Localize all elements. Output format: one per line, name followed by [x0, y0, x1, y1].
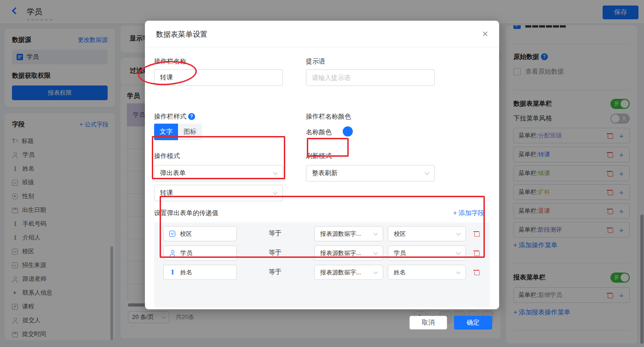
member-icon — [169, 250, 176, 256]
style-icon-option[interactable]: 图标 — [178, 124, 202, 140]
transfer-row-name: 姓名 等于 报表源数据字... 姓名 — [154, 265, 490, 280]
action-mode-label: 操作模式 — [154, 152, 180, 160]
modal-body: 操作栏名称 提示语 操作栏样式 ? 文字 图标 操作栏名称颜色 名称颜色 操作模… — [145, 47, 499, 309]
source-field-select[interactable]: 校区 — [388, 226, 466, 241]
relation-label: 等于 — [261, 229, 289, 238]
action-style-label: 操作栏样式 ? — [154, 113, 195, 121]
source-type-select[interactable]: 报表源数据字... — [314, 245, 383, 261]
help-icon[interactable]: ? — [188, 113, 195, 120]
modal-header: 数据表菜单设置 × — [145, 21, 499, 47]
tip-label: 提示语 — [306, 57, 325, 66]
chevron-down-icon — [374, 250, 378, 255]
refresh-mode-select[interactable]: 整表刷新 — [306, 165, 435, 182]
source-field-select[interactable]: 姓名 — [388, 265, 466, 280]
modal-title: 数据表菜单设置 — [156, 30, 207, 38]
field-chip[interactable]: 姓名 — [163, 265, 237, 280]
select-icon — [169, 231, 175, 237]
chevron-down-icon — [374, 269, 378, 274]
name-color-label: 名称颜色 — [306, 128, 332, 137]
relation-label: 等于 — [261, 249, 289, 257]
field-chip[interactable]: 校区 — [163, 226, 237, 241]
chevron-down-icon — [456, 269, 461, 274]
target-form-select[interactable]: 转课 — [154, 185, 283, 201]
transfer-values-label: 设置弹出表单的传递值 — [154, 209, 218, 217]
confirm-button[interactable]: 确定 — [454, 316, 492, 330]
text-icon — [169, 269, 176, 275]
action-name-input-field[interactable] — [160, 74, 277, 81]
transfer-row-campus: 校区 等于 报表源数据字... 校区 — [154, 226, 490, 241]
chevron-down-icon — [456, 231, 461, 235]
color-swatch[interactable] — [343, 126, 353, 137]
app-window: 学员 保存 数据源 更改数据源 学员 数据获取权限 报表权限 字段 + 公式字段… — [0, 0, 644, 347]
chevron-down-icon — [456, 250, 461, 255]
chevron-down-icon — [273, 190, 278, 195]
source-type-select[interactable]: 报表源数据字... — [314, 226, 383, 241]
tip-input[interactable] — [306, 69, 435, 86]
delete-icon[interactable] — [473, 230, 479, 237]
table-menu-settings-modal: 数据表菜单设置 × 操作栏名称 提示语 操作栏样式 ? 文字 图标 操作栏名称颜… — [145, 21, 499, 309]
field-chip[interactable]: 学员 — [163, 245, 237, 261]
add-field-link[interactable]: + 添加字段 — [453, 209, 484, 217]
source-type-select[interactable]: 报表源数据字... — [314, 265, 383, 280]
chevron-down-icon — [273, 171, 278, 175]
name-color-section-label: 操作栏名称颜色 — [306, 113, 351, 121]
transfer-values-panel: 校区 等于 报表源数据字... 校区 学员 等于 报表源数据字... 学员 姓名… — [154, 222, 490, 307]
action-name-input[interactable] — [154, 69, 283, 86]
cancel-button[interactable]: 取消 — [409, 316, 447, 330]
action-mode-select[interactable]: 弹出表单 — [154, 165, 283, 182]
action-name-label: 操作栏名称 — [154, 57, 186, 66]
transfer-row-student: 学员 等于 报表源数据字... 学员 — [154, 245, 490, 261]
action-style-segmented: 文字 图标 — [154, 124, 202, 140]
source-field-select[interactable]: 学员 — [388, 245, 466, 261]
relation-label: 等于 — [261, 268, 289, 276]
chevron-down-icon — [374, 231, 378, 235]
delete-icon[interactable] — [473, 250, 479, 256]
style-text-option[interactable]: 文字 — [154, 124, 178, 140]
chevron-down-icon — [425, 171, 430, 175]
delete-icon[interactable] — [473, 269, 479, 275]
refresh-mode-label: 刷新模式 — [306, 152, 332, 160]
tip-input-field[interactable] — [312, 74, 429, 81]
close-icon[interactable]: × — [482, 28, 488, 40]
